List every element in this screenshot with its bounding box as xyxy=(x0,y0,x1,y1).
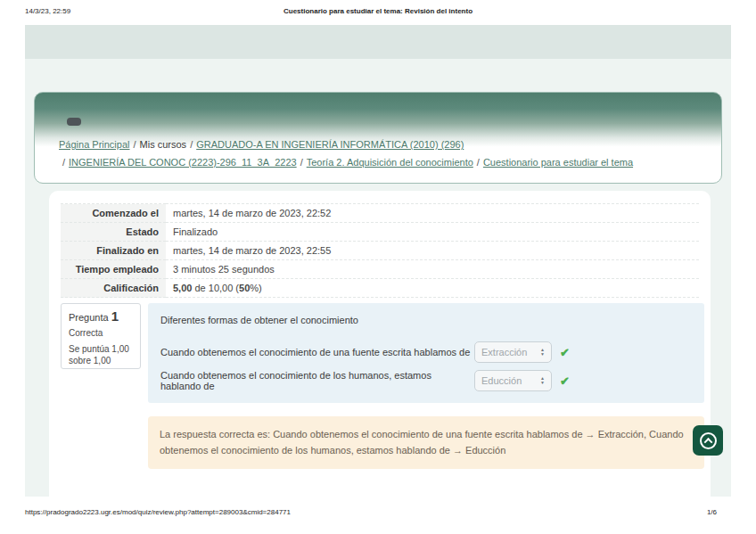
question-formulation: Diferentes formas de obtener el conocimi… xyxy=(148,303,704,403)
breadcrumb-link-degree[interactable]: GRADUADO-A EN INGENIERÍA INFORMÁTICA (20… xyxy=(196,139,464,150)
top-navbar-band xyxy=(25,25,731,59)
grade-percent: 50 xyxy=(239,283,250,293)
correct-check-icon: ✔ xyxy=(560,374,570,388)
question-text: Diferentes formas de obtener el conocimi… xyxy=(160,315,692,325)
grade-score: 5,00 xyxy=(173,283,192,293)
right-answer-feedback: La respuesta correcta es: Cuando obtenem… xyxy=(148,416,704,469)
answer-select-extraccion[interactable]: Extracción ▲▼ xyxy=(474,341,552,363)
summary-value-finished: martes, 14 de marzo de 2023, 22:55 xyxy=(166,242,699,260)
table-row: Finalizado en martes, 14 de marzo de 202… xyxy=(61,242,699,260)
breadcrumb: Página Principal/Mis cursos/GRADUADO-A E… xyxy=(59,136,704,171)
quiz-review-card: Comenzado el martes, 14 de marzo de 2023… xyxy=(49,191,711,497)
breadcrumb-separator: / xyxy=(59,157,69,168)
summary-value-started: martes, 14 de marzo de 2023, 22:52 xyxy=(166,204,699,223)
answer-select-educcion[interactable]: Educción ▲▼ xyxy=(474,370,552,391)
match-row: Cuando obtenemos el conocimiento de los … xyxy=(160,369,692,392)
print-footer-url: https://pradogrado2223.ugr.es/mod/quiz/r… xyxy=(25,508,291,516)
question-info-box: Pregunta 1 Correcta Se puntúa 1,00 sobre… xyxy=(61,303,141,369)
match-row: Cuando obtenemos el conocimiento de una … xyxy=(160,341,692,364)
breadcrumb-card: Página Principal/Mis cursos/GRADUADO-A E… xyxy=(34,92,722,184)
breadcrumb-separator: / xyxy=(473,157,483,168)
breadcrumb-link-topic[interactable]: Teoría 2. Adquisición del conocimiento xyxy=(307,157,473,168)
table-row: Estado Finalizado xyxy=(61,223,699,242)
arrow-up-circle-icon xyxy=(700,432,717,449)
grade-out-of: de 10,00 ( xyxy=(192,283,239,293)
summary-value-time-taken: 3 minutos 25 segundos xyxy=(166,260,699,279)
breadcrumb-separator: / xyxy=(130,139,140,150)
print-footer-page-number: 1/6 xyxy=(707,508,717,516)
answer-select-value: Extracción xyxy=(481,347,527,357)
question-points: Se puntúa 1,00 sobre 1,00 xyxy=(69,343,133,366)
scroll-to-top-button[interactable] xyxy=(693,425,723,456)
summary-label-finished: Finalizado en xyxy=(61,242,166,260)
question-number-label: Pregunta xyxy=(69,312,109,323)
question-number: Pregunta 1 xyxy=(69,310,133,324)
match-prompt: Cuando obtenemos el conocimiento de los … xyxy=(160,370,471,391)
table-row: Tiempo empleado 3 minutos 25 segundos xyxy=(61,260,699,279)
breadcrumb-item-my-courses: Mis cursos xyxy=(140,139,187,150)
question-state: Correcta xyxy=(69,327,133,339)
breadcrumb-separator: / xyxy=(297,157,307,168)
breadcrumb-separator: / xyxy=(186,139,196,150)
correct-check-icon: ✔ xyxy=(560,346,570,359)
grade-suffix: %) xyxy=(250,283,261,293)
summary-label-state: Estado xyxy=(61,223,166,242)
attempt-summary-table: Comenzado el martes, 14 de marzo de 2023… xyxy=(61,203,699,298)
hamburger-menu-icon[interactable] xyxy=(67,118,81,126)
table-row: Calificación 5,00 de 10,00 (50%) xyxy=(61,279,699,298)
summary-value-grade: 5,00 de 10,00 (50%) xyxy=(166,279,699,298)
summary-label-started: Comenzado el xyxy=(61,204,166,223)
summary-label-time-taken: Tiempo empleado xyxy=(61,260,166,279)
print-header-title: Cuestionario para estudiar el tema: Revi… xyxy=(0,7,756,15)
table-row: Comenzado el martes, 14 de marzo de 2023… xyxy=(61,204,699,223)
select-updown-icon: ▲▼ xyxy=(540,376,545,385)
question-number-value: 1 xyxy=(111,308,119,324)
summary-label-grade: Calificación xyxy=(61,279,166,298)
breadcrumb-link-home[interactable]: Página Principal xyxy=(59,139,130,150)
select-updown-icon: ▲▼ xyxy=(540,348,545,357)
breadcrumb-link-quiz[interactable]: Cuestionario para estudiar el tema xyxy=(483,157,633,168)
match-prompt: Cuando obtenemos el conocimiento de una … xyxy=(160,347,471,357)
summary-value-state: Finalizado xyxy=(166,223,699,242)
answer-select-value: Educción xyxy=(481,375,522,386)
breadcrumb-link-course[interactable]: INGENIERÍA DEL CONOC (2223)-296_11_3A_22… xyxy=(69,157,297,168)
